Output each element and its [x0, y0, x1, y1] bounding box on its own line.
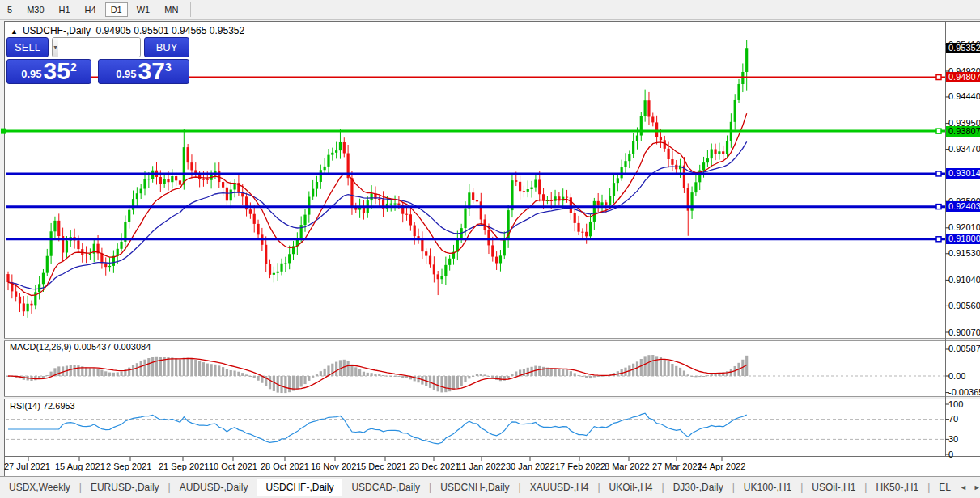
sell-price-small: 0.95: [21, 68, 41, 80]
sell-price-button[interactable]: 0.95 35 2: [6, 59, 91, 84]
ma-slow-line: [8, 141, 747, 289]
sell-button[interactable]: SELL: [6, 37, 49, 57]
hline-handle[interactable]: [936, 237, 941, 242]
lot-size-input[interactable]: [58, 38, 141, 57]
sell-price-pip: 2: [70, 61, 77, 74]
buy-price-big: 37: [138, 60, 165, 82]
macd-signal-line: [8, 359, 747, 390]
one-click-trade-panel: SELL ▼ ▲ BUY 0.95 35 2 0.95 37 3: [6, 37, 189, 84]
lot-size-box: ▼ ▲: [52, 37, 141, 57]
hline-handle[interactable]: [936, 205, 941, 209]
buy-price-small: 0.95: [116, 68, 136, 80]
hline-handle[interactable]: [936, 129, 941, 133]
lot-decrease-button[interactable]: ▼: [53, 38, 58, 57]
sell-price-big: 35: [44, 60, 70, 82]
buy-price-button[interactable]: 0.95 37 3: [98, 59, 189, 84]
rsi-pane: [6, 420, 945, 440]
buy-button[interactable]: BUY: [144, 37, 189, 57]
hline-handle[interactable]: [1, 129, 6, 134]
ma-fast-line: [8, 113, 747, 295]
hline-handle[interactable]: [936, 171, 941, 176]
macd-pane: [6, 355, 945, 393]
buy-price-pip: 3: [165, 61, 172, 74]
hline-handle[interactable]: [936, 75, 941, 80]
